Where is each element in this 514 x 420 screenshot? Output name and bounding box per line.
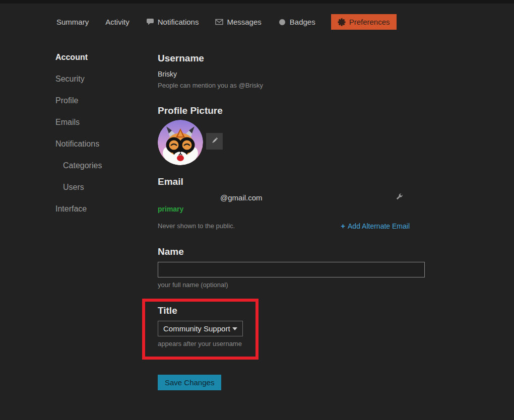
email-value: @gmail.com xyxy=(220,193,263,202)
add-alternate-email-link[interactable]: + Add Alternate Email xyxy=(341,222,410,230)
gear-icon xyxy=(338,18,346,26)
sidebar-item-emails[interactable]: Emails xyxy=(55,117,102,128)
sidebar-item-account[interactable]: Account xyxy=(55,52,102,63)
name-heading: Name xyxy=(158,247,425,257)
username-value: Brisky xyxy=(158,70,425,78)
tab-label: Summary xyxy=(56,18,89,26)
tab-notifications[interactable]: Notifications xyxy=(145,14,200,30)
title-heading: Title xyxy=(158,306,255,316)
plus-icon: + xyxy=(341,222,345,230)
sidebar-item-categories[interactable]: Categories xyxy=(55,160,102,171)
edit-avatar-button[interactable] xyxy=(206,133,223,150)
avatar xyxy=(158,120,203,165)
tab-messages[interactable]: Messages xyxy=(214,14,262,30)
tab-label: Notifications xyxy=(158,18,199,26)
tab-label: Messages xyxy=(227,18,261,26)
tab-preferences[interactable]: Preferences xyxy=(331,14,397,30)
chevron-down-icon xyxy=(232,327,237,330)
username-hint: People can mention you as @Brisky xyxy=(158,82,425,89)
sidebar-item-interface[interactable]: Interface xyxy=(55,203,102,215)
annotation-highlight-box: Title Community Support appears after yo… xyxy=(142,299,259,360)
email-hints-row: Never shown to the public. + Add Alterna… xyxy=(158,222,425,230)
avatar-row xyxy=(158,120,425,165)
profile-picture-heading: Profile Picture xyxy=(158,106,425,116)
settings-sidebar: Account Security Profile Emails Notifica… xyxy=(55,52,102,225)
title-dropdown-value: Community Support xyxy=(163,324,230,333)
tab-activity[interactable]: Activity xyxy=(104,14,131,30)
pencil-icon xyxy=(211,136,219,146)
sidebar-item-notifications[interactable]: Notifications xyxy=(55,138,102,150)
sidebar-item-users[interactable]: Users xyxy=(55,182,102,193)
save-changes-button[interactable]: Save Changes xyxy=(158,375,221,390)
email-hint: Never shown to the public. xyxy=(158,222,235,230)
email-heading: Email xyxy=(158,177,425,187)
name-input[interactable] xyxy=(158,262,425,277)
account-settings-form: Username Brisky People can mention you a… xyxy=(158,50,425,390)
sidebar-item-security[interactable]: Security xyxy=(55,74,102,85)
window-edge xyxy=(0,0,514,4)
tab-badges[interactable]: Badges xyxy=(277,14,316,30)
add-alternate-email-label: Add Alternate Email xyxy=(348,222,410,230)
tab-summary[interactable]: Summary xyxy=(55,14,90,30)
title-dropdown[interactable]: Community Support xyxy=(158,321,243,336)
wrench-icon[interactable] xyxy=(395,192,404,203)
envelope-icon xyxy=(215,19,223,25)
username-heading: Username xyxy=(158,53,425,63)
title-hint: appears after your username xyxy=(158,340,255,347)
email-row: @gmail.com xyxy=(158,193,425,202)
certificate-icon xyxy=(278,18,286,26)
primary-email-badge: primary xyxy=(158,205,425,213)
user-nav: Summary Activity Notifications Messages … xyxy=(55,14,397,30)
preferences-page: Summary Activity Notifications Messages … xyxy=(0,0,514,420)
sidebar-item-profile[interactable]: Profile xyxy=(55,95,102,106)
tab-label: Activity xyxy=(105,18,130,26)
name-hint: your full name (optional) xyxy=(158,281,425,289)
tab-label: Preferences xyxy=(349,18,390,26)
tab-label: Badges xyxy=(290,18,315,26)
speech-bubble-icon xyxy=(146,18,154,26)
